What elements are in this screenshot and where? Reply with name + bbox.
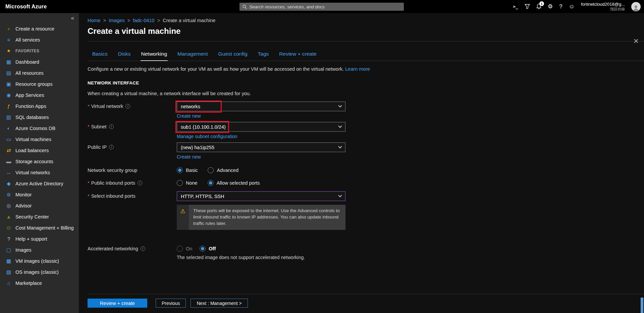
- info-icon[interactable]: i: [125, 104, 130, 109]
- tab-management[interactable]: Management: [177, 49, 208, 61]
- search-input[interactable]: [249, 4, 401, 9]
- notification-badge: 1: [539, 1, 544, 6]
- next-management-button[interactable]: Next : Management >: [191, 299, 248, 308]
- azure-brand[interactable]: Microsoft Azure: [5, 4, 47, 10]
- public-ip-select[interactable]: (new) ha1ip255: [177, 142, 345, 152]
- help-icon[interactable]: ?: [559, 4, 562, 9]
- breadcrumb-home[interactable]: Home: [88, 18, 101, 23]
- vertical-scrollbar-thumb[interactable]: [641, 298, 643, 313]
- sidebar-item-all-services[interactable]: ≡ All services: [0, 34, 79, 45]
- select-ports-label: * Select inbound ports: [88, 191, 177, 199]
- tab-tags[interactable]: Tags: [257, 49, 270, 61]
- monitor-icon: ▭: [5, 136, 12, 142]
- sidebar-item-marketplace[interactable]: ⌂ Marketplace: [0, 277, 79, 289]
- breadcrumb-images[interactable]: Images: [109, 18, 125, 23]
- breadcrumb-current: Create a virtual machine: [163, 18, 215, 23]
- grid-icon: ▤: [5, 70, 12, 76]
- sidebar-item-label: Monitor: [15, 192, 32, 197]
- sidebar-item-label: Azure Active Directory: [15, 181, 63, 186]
- topbar-actions: >_ 1 ⚙ ? ☺ fortinetcloud2018@g... 預設目錄: [513, 0, 641, 13]
- global-search[interactable]: [239, 3, 404, 11]
- create-new-public-ip-link[interactable]: Create new: [177, 154, 201, 160]
- field-row-accelerated-networking: Accelerated networking i On Off: [88, 244, 644, 260]
- notifications-bell-icon[interactable]: 1: [536, 4, 541, 9]
- sidebar-item-all-resources[interactable]: ▤ All resources: [0, 67, 79, 78]
- chevron-down-icon: [338, 104, 342, 107]
- info-icon[interactable]: i: [138, 181, 142, 185]
- sidebar-item-azure-cosmos-db[interactable]: ◐ Azure Cosmos DB: [0, 123, 79, 134]
- manage-subnet-link[interactable]: Manage subnet configuration: [177, 134, 237, 139]
- sidebar-item-security-center[interactable]: ▲ Security Center: [0, 211, 79, 222]
- sidebar-item-cost-management-billing[interactable]: ⊙ Cost Management + Billing: [0, 222, 79, 233]
- virtual-network-select[interactable]: networks: [177, 102, 345, 111]
- tab-basics[interactable]: Basics: [92, 49, 108, 61]
- marketplace-icon: ⌂: [5, 280, 12, 286]
- sidebar-item-dashboard[interactable]: ▦ Dashboard: [0, 56, 79, 67]
- learn-more-link[interactable]: Learn more: [345, 66, 370, 72]
- sidebar-item-storage-accounts[interactable]: ▬ Storage accounts: [0, 156, 79, 167]
- breadcrumb-fadc-0410[interactable]: fadc-0410: [133, 18, 155, 23]
- image-icon: ▢: [5, 247, 12, 253]
- radio-dot: [208, 167, 214, 173]
- sidebar-item-resource-groups[interactable]: ▣ Resource groups: [0, 78, 79, 89]
- plus-icon: +: [5, 26, 12, 32]
- networking-form: * Virtual network i networks Create new: [88, 102, 644, 260]
- sidebar-item-monitor[interactable]: ⊚ Monitor: [0, 189, 79, 200]
- sidebar-item-label: Function Apps: [15, 104, 46, 109]
- info-icon[interactable]: i: [109, 145, 114, 149]
- account-menu[interactable]: fortinetcloud2018@g... 預設目錄: [581, 2, 625, 11]
- sidebar-item-images[interactable]: ▢ Images: [0, 244, 79, 255]
- scale-icon: ⇄: [5, 147, 12, 153]
- list-icon: ≡: [5, 37, 12, 43]
- sidebar-item-advisor[interactable]: ◎ Advisor: [0, 200, 79, 211]
- info-icon[interactable]: i: [109, 124, 114, 129]
- sidebar-item-load-balancers[interactable]: ⇄ Load balancers: [0, 145, 79, 156]
- settings-gear-icon[interactable]: ⚙: [548, 4, 553, 9]
- sidebar-item-vm-images-classic[interactable]: ▩ VM images (classic): [0, 255, 79, 266]
- sidebar-item-os-images-classic[interactable]: ▨ OS images (classic): [0, 266, 79, 277]
- subnet-select[interactable]: sub1 (10.100.1.0/24): [177, 122, 345, 132]
- sidebar-item-create-a-resource[interactable]: + Create a resource: [0, 23, 79, 34]
- sidebar-item-app-services[interactable]: ◉ App Services: [0, 89, 79, 101]
- sidebar-item-label: SQL databases: [15, 115, 49, 120]
- close-icon[interactable]: ×: [634, 37, 639, 45]
- create-new-vnet-link[interactable]: Create new: [177, 113, 201, 119]
- tab-guest-config[interactable]: Guest config: [218, 49, 248, 61]
- info-icon[interactable]: i: [141, 246, 145, 251]
- sidebar-item-azure-active-directory[interactable]: ◆ Azure Active Directory: [0, 178, 79, 189]
- directory-filter-icon[interactable]: [525, 4, 530, 9]
- review-create-button[interactable]: Review + create: [88, 299, 147, 308]
- sidebar-section-label: FAVORITES: [15, 49, 40, 53]
- main-blade: × Home>Images>fadc-0410>Create a virtual…: [79, 13, 644, 313]
- sidebar-item-function-apps[interactable]: ƒ Function Apps: [0, 101, 79, 112]
- nsg-basic-radio[interactable]: Basic: [177, 167, 198, 173]
- required-marker: *: [88, 193, 90, 199]
- virtual-network-value: networks: [181, 104, 200, 109]
- sidebar-item-help-support[interactable]: ? Help + support: [0, 233, 79, 244]
- subnet-label: * Subnet i: [88, 122, 177, 129]
- function-icon: ƒ: [5, 103, 12, 109]
- sidebar-collapse-chevron[interactable]: «: [71, 15, 74, 21]
- sidebar-item-virtual-machines[interactable]: ▭ Virtual machines: [0, 134, 79, 145]
- accelerated-off-radio[interactable]: Off: [200, 246, 216, 252]
- breadcrumb: Home>Images>fadc-0410>Create a virtual m…: [88, 13, 644, 23]
- help-support-icon: ?: [5, 236, 12, 242]
- feedback-smiley-icon[interactable]: ☺: [569, 4, 575, 9]
- previous-button[interactable]: Previous: [156, 299, 186, 308]
- field-row-public-ip: Public IP i (new) ha1ip255 Create new: [88, 142, 644, 160]
- sidebar-item-label: OS images (classic): [15, 269, 59, 275]
- sidebar-item-virtual-networks[interactable]: ↔ Virtual networks: [0, 167, 79, 178]
- avatar[interactable]: [631, 2, 641, 11]
- nsg-advanced-radio[interactable]: Advanced: [208, 167, 238, 173]
- tab-disks[interactable]: Disks: [117, 49, 131, 61]
- tab-review-create[interactable]: Review + create: [278, 49, 317, 61]
- sidebar-item-label: All services: [15, 37, 40, 43]
- inbound-allow-radio[interactable]: Allow selected ports: [208, 180, 260, 186]
- select-inbound-ports-select[interactable]: HTTP, HTTPS, SSH: [177, 191, 345, 201]
- cloud-shell-icon[interactable]: >_: [513, 4, 518, 9]
- dashboard-icon: ▦: [5, 59, 12, 65]
- field-row-inbound-ports: * Public inbound ports i None: [88, 178, 644, 186]
- sidebar-item-sql-databases[interactable]: ▥ SQL databases: [0, 112, 79, 123]
- tab-networking[interactable]: Networking: [141, 49, 168, 61]
- inbound-none-radio[interactable]: None: [177, 180, 198, 186]
